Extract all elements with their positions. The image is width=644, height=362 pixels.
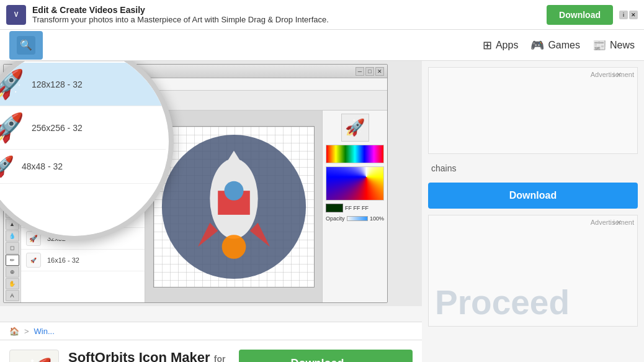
screenshot-area: SoftOrbits Icon Maker - Help ─ □ ✕ File … bbox=[0, 61, 422, 306]
rocket-thumbnail: 🚀 bbox=[341, 114, 369, 142]
window-controls: ─ □ ✕ bbox=[356, 67, 384, 76]
ad2-close-icon[interactable]: ✕ bbox=[616, 219, 622, 227]
app-details: SoftOrbits Icon Maker for Windows Trial … bbox=[68, 350, 230, 362]
magnifier-icon-48: 🚀 bbox=[0, 155, 14, 178]
tool-zoom[interactable]: ⊕ bbox=[6, 266, 19, 278]
hex-color-box[interactable] bbox=[326, 204, 343, 212]
download-label: Download for Windows bbox=[291, 357, 344, 362]
color-palette[interactable] bbox=[326, 145, 384, 163]
ad1-info-icon[interactable]: i bbox=[614, 71, 615, 79]
top-ad-download-button[interactable]: Download bbox=[547, 5, 613, 25]
news-label: News bbox=[610, 40, 635, 51]
tool-active[interactable]: ✏ bbox=[6, 255, 19, 266]
opacity-row: Opacity 100% bbox=[326, 215, 384, 222]
ad2-info-icon[interactable]: i bbox=[614, 219, 615, 227]
minimize-button[interactable]: ─ bbox=[356, 67, 364, 76]
main-content: SoftOrbits Icon Maker - Help ─ □ ✕ File … bbox=[0, 61, 422, 362]
magnifier-label-256: 256x256 - 32 bbox=[32, 123, 83, 133]
search-box[interactable]: 🔍 bbox=[9, 31, 43, 60]
color-gradient[interactable] bbox=[326, 166, 384, 201]
header-nav: 🔍 ⊞ Apps 🎮 Games 📰 News bbox=[0, 30, 644, 61]
apps-icon: ⊞ bbox=[483, 38, 492, 52]
maximize-button[interactable]: □ bbox=[365, 67, 374, 76]
app-buttons: Download for Windows ⬇ Buy now 🛒 bbox=[239, 350, 413, 362]
ad-info-icon[interactable]: i bbox=[619, 11, 628, 19]
advertisement-1: Advertisement i ✕ bbox=[428, 67, 638, 154]
magnifier-inner: ▲ 🚀 128x128 - 32 🚀 256x256 - 32 🚀 4 bbox=[0, 61, 169, 236]
ad1-close-icon[interactable]: ✕ bbox=[616, 71, 622, 79]
svg-point-7 bbox=[221, 235, 246, 259]
opacity-percent: 100% bbox=[370, 215, 384, 222]
magnifier-label-48: 48x48 - 32 bbox=[22, 161, 63, 171]
breadcrumb-home[interactable]: 🏠 bbox=[9, 327, 19, 336]
nav-items: ⊞ Apps 🎮 Games 📰 News bbox=[483, 38, 635, 52]
icon-list-item-16[interactable]: 🚀 16x16 - 32 bbox=[21, 250, 145, 271]
hex-text: FF FF FF bbox=[345, 205, 369, 211]
top-ad-banner: V Edit & Create Videos Easily Transform … bbox=[0, 0, 644, 30]
close-button[interactable]: ✕ bbox=[375, 67, 384, 76]
svg-point-4 bbox=[224, 181, 243, 200]
tool-hand[interactable]: ✋ bbox=[6, 278, 19, 289]
icon-label-16: 16x16 - 32 bbox=[47, 256, 79, 264]
ad-title: Edit & Create Videos Easily bbox=[32, 5, 540, 15]
opacity-label: Opacity bbox=[326, 215, 345, 222]
tool-eraser[interactable]: ◻ bbox=[6, 242, 19, 253]
breadcrumb: 🏠 > Win... bbox=[0, 322, 422, 340]
ad-text: Edit & Create Videos Easily Transform yo… bbox=[32, 5, 540, 24]
ad-logo: V bbox=[6, 5, 26, 25]
app-name: SoftOrbits Icon Maker for Windows bbox=[68, 350, 230, 362]
ad1-close[interactable]: i ✕ bbox=[614, 71, 622, 79]
opacity-slider[interactable] bbox=[347, 216, 368, 221]
advertisement-2: Advertisement i ✕ Proceed bbox=[428, 215, 638, 327]
games-label: Games bbox=[548, 40, 580, 51]
apps-label: Apps bbox=[496, 40, 518, 51]
icon-preview-16: 🚀 bbox=[26, 253, 41, 268]
news-icon: 📰 bbox=[593, 38, 606, 52]
magnifier-icon-128: 🚀 bbox=[0, 68, 24, 101]
tool-text[interactable]: A bbox=[6, 290, 19, 301]
magnifier-icon-256: 🚀 bbox=[0, 111, 24, 144]
pixel-canvas[interactable] bbox=[153, 126, 315, 287]
app-info-area: 🚀 SoftOrbits Icon Maker for Windows Tria… bbox=[0, 340, 422, 362]
proceed-text: Proceed bbox=[435, 286, 570, 320]
magnifier-label-128: 128x128 - 32 bbox=[32, 79, 83, 89]
app-statusbar: Ready X:056 Y:059 bbox=[4, 302, 387, 303]
ad-subtitle: Transform your photos into a Masterpiece… bbox=[32, 15, 540, 24]
sidebar-download-button[interactable]: Download bbox=[428, 183, 638, 209]
ad2-label: Advertisement bbox=[591, 219, 634, 226]
magnifier-overlay: ▲ 🚀 128x128 - 32 🚀 256x256 - 32 🚀 4 bbox=[0, 61, 174, 241]
nav-item-news[interactable]: 📰 News bbox=[593, 38, 635, 52]
magnifier-item-128: 🚀 128x128 - 32 bbox=[0, 63, 166, 106]
breadcrumb-current[interactable]: Win... bbox=[34, 327, 55, 336]
breadcrumb-separator: > bbox=[24, 327, 29, 336]
download-windows-button[interactable]: Download for Windows ⬇ bbox=[239, 350, 413, 362]
props-panel: 🚀 FF FF FF Opacity 100% bbox=[322, 111, 387, 302]
ad2-close[interactable]: i ✕ bbox=[614, 219, 622, 227]
nav-item-games[interactable]: 🎮 Games bbox=[530, 38, 580, 52]
magnifier-item-48: 🚀 48x48 - 32 bbox=[0, 150, 166, 184]
magnifier-item-256: 🚀 256x256 - 32 bbox=[0, 106, 166, 150]
ad-close-icon[interactable]: ✕ bbox=[629, 11, 638, 19]
app-icon-large: 🚀 bbox=[9, 350, 59, 362]
games-icon: 🎮 bbox=[530, 38, 544, 52]
chains-text: chains bbox=[422, 160, 644, 176]
ad-close-controls: i ✕ bbox=[619, 11, 638, 19]
search-icon: 🔍 bbox=[17, 36, 35, 55]
right-sidebar: Advertisement i ✕ chains Download Advert… bbox=[422, 61, 644, 362]
hex-input-row: FF FF FF bbox=[326, 204, 384, 212]
nav-item-apps[interactable]: ⊞ Apps bbox=[483, 38, 518, 52]
ad1-label: Advertisement bbox=[591, 71, 634, 78]
